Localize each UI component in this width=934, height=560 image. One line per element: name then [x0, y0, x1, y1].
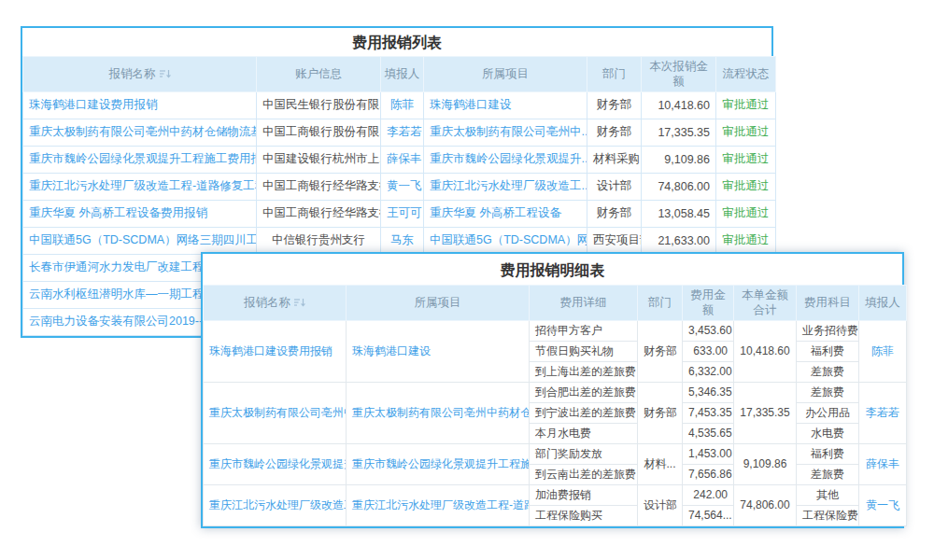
header-report-name: 报销名称 — [23, 57, 257, 92]
report-name-link[interactable]: 重庆市魏岭公园绿化景观提升工程施工费用报销 — [23, 146, 257, 173]
expense-category-cell: 办公用品 — [797, 402, 859, 423]
report-name-link[interactable]: 重庆江北污水处理厂级改造工程-道路修复 — [204, 484, 347, 525]
report-name-link[interactable]: 珠海鹤港口建设费用报销 — [23, 91, 257, 119]
header-report-name-label: 报销名称 — [244, 296, 290, 309]
project-link[interactable]: 重庆太极制药有限公司亳州中... — [424, 119, 587, 146]
report-name-link[interactable]: 重庆江北污水处理厂级改造工程-道路修复工程费用... — [23, 173, 257, 200]
amount-cell: 74,806.00 — [642, 173, 716, 200]
header-department: 部门 — [587, 57, 642, 92]
header-department-label: 部门 — [648, 296, 672, 309]
expense-amount-cell: 74,564... — [683, 505, 734, 525]
status-badge[interactable]: 审批通过 — [716, 173, 776, 200]
expense-amount-cell: 242.00 — [683, 484, 734, 505]
reporter-link[interactable]: 薛保丰 — [859, 443, 907, 484]
reporter-link[interactable]: 薛保丰 — [381, 146, 424, 173]
header-status: 流程状态 — [716, 57, 776, 92]
table-row: 重庆华夏 外高桥工程设备费用报销中国工商银行经华路支行王可可重庆华夏 外高桥工程… — [23, 200, 776, 227]
table-row: 重庆江北污水处理厂级改造工程-道路修复工程费用...中国工商银行经华路支行黄一飞… — [23, 173, 776, 200]
header-account: 账户信息 — [257, 57, 381, 92]
project-link[interactable]: 重庆华夏 外高桥工程设备 — [424, 200, 587, 227]
status-badge[interactable]: 审批通过 — [716, 227, 776, 254]
project-link[interactable]: 重庆市魏岭公园绿化景观提升工程施工 — [347, 443, 530, 484]
status-badge[interactable]: 审批通过 — [716, 91, 776, 119]
expense-list-title: 费用报销列表 — [22, 28, 771, 56]
department-cell: 财务部 — [638, 320, 683, 382]
header-reporter-label: 填报人 — [865, 296, 900, 309]
report-name-link[interactable]: 重庆太极制药有限公司亳州中药材仓储物流基地 — [204, 382, 347, 443]
header-expense-amount-label: 费用金额 — [690, 288, 726, 316]
header-row: 报销名称账户信息填报人所属项目部门本次报销金额流程状态 — [23, 57, 776, 92]
expense-detail-cell: 加油费报销 — [530, 484, 638, 505]
department-cell: 材料... — [638, 443, 683, 484]
status-badge[interactable]: 审批通过 — [716, 119, 776, 146]
header-expense-category-label: 费用科目 — [804, 296, 851, 309]
status-badge[interactable]: 审批通过 — [716, 200, 776, 227]
header-expense-detail: 费用详细 — [530, 286, 638, 321]
reporter-link[interactable]: 马东 — [381, 227, 424, 254]
table-row: 重庆太极制药有限公司亳州中药材仓储物流基地重庆太极制药有限公司亳州中药材仓储物流… — [204, 382, 907, 402]
header-total-amount: 本单金额合计 — [734, 286, 797, 321]
department-cell: 财务部 — [638, 382, 683, 443]
report-name-link[interactable]: 重庆太极制药有限公司亳州中药材仓储物流基地项... — [23, 119, 257, 146]
project-link[interactable]: 珠海鹤港口建设 — [424, 91, 587, 119]
header-account-label: 账户信息 — [295, 67, 342, 80]
header-report-name: 报销名称 — [204, 286, 347, 321]
expense-detail-table: 报销名称所属项目费用详细部门费用金额本单金额合计费用科目填报人 珠海鹤港口建设费… — [203, 285, 907, 526]
reporter-link[interactable]: 陈菲 — [381, 91, 424, 119]
header-reporter: 填报人 — [381, 57, 424, 92]
report-name-link[interactable]: 重庆华夏 外高桥工程设备费用报销 — [23, 200, 257, 227]
expense-category-cell: 福利费 — [797, 341, 859, 361]
expense-category-cell: 水电费 — [797, 423, 859, 443]
total-amount-cell: 74,806.00 — [734, 484, 797, 525]
reporter-link[interactable]: 陈菲 — [859, 320, 907, 382]
report-name-link[interactable]: 中国联通5G（TD-SCDMA）网络三期四川工程费... — [23, 227, 257, 254]
project-link[interactable]: 中国联通5G（TD-SCDMA）网... — [424, 227, 587, 254]
reporter-link[interactable]: 王可可 — [381, 200, 424, 227]
status-badge[interactable]: 审批通过 — [716, 146, 776, 173]
table-row: 重庆市魏岭公园绿化景观提升工程施工费用报销中国建设银行杭州市上...薛保丰重庆市… — [23, 146, 776, 173]
reporter-link[interactable]: 李若若 — [381, 119, 424, 146]
expense-amount-cell: 1,453.00 — [683, 443, 734, 464]
report-name-link[interactable]: 重庆市魏岭公园绿化景观提升工程施工 — [204, 443, 347, 484]
department-cell: 设计部 — [587, 173, 642, 200]
expense-detail-cell: 工程保险购买 — [530, 505, 638, 525]
report-name-link[interactable]: 珠海鹤港口建设费用报销 — [204, 320, 347, 382]
amount-cell: 13,058.45 — [642, 200, 716, 227]
table-row: 重庆太极制药有限公司亳州中药材仓储物流基地项...中国工商银行股份有限...李若… — [23, 119, 776, 146]
sort-icon[interactable] — [160, 67, 171, 82]
reporter-link[interactable]: 黄一飞 — [381, 173, 424, 200]
amount-cell: 10,418.60 — [642, 91, 716, 119]
project-link[interactable]: 重庆江北污水处理厂级改造工... — [424, 173, 587, 200]
expense-amount-cell: 5,346.35 — [683, 382, 734, 402]
department-cell: 财务部 — [587, 200, 642, 227]
department-cell: 材料采购 — [587, 146, 642, 173]
expense-category-cell: 福利费 — [797, 443, 859, 464]
project-link[interactable]: 重庆江北污水处理厂级改造工程-道路修复工程 — [347, 484, 530, 525]
header-department-label: 部门 — [602, 67, 626, 80]
expense-category-cell: 差旅费 — [797, 361, 859, 382]
expense-amount-cell: 7,656.86 — [683, 464, 734, 484]
expense-detail-cell: 到云南出差的差旅费 — [530, 464, 638, 484]
expense-category-cell: 差旅费 — [797, 382, 859, 402]
table-row: 珠海鹤港口建设费用报销珠海鹤港口建设招待甲方客户财务部3,453.6010,41… — [204, 320, 907, 341]
expense-amount-cell: 3,453.60 — [683, 320, 734, 341]
expense-amount-cell: 6,332.00 — [683, 361, 734, 382]
account-cell: 中国工商银行股份有限... — [257, 119, 381, 146]
sort-icon[interactable] — [294, 296, 305, 311]
expense-detail-cell: 到上海出差的差旅费 — [530, 361, 638, 382]
reporter-link[interactable]: 黄一飞 — [859, 484, 907, 525]
expense-detail-cell: 本月水电费 — [530, 423, 638, 443]
account-cell: 中信银行贵州支行 — [257, 227, 381, 254]
project-link[interactable]: 重庆太极制药有限公司亳州中药材仓储物流基地 — [347, 382, 530, 443]
table-row: 珠海鹤港口建设费用报销中国民生银行股份有限...陈菲珠海鹤港口建设财务部10,4… — [23, 91, 776, 119]
project-link[interactable]: 重庆市魏岭公园绿化景观提升... — [424, 146, 587, 173]
expense-detail-cell: 部门奖励发放 — [530, 443, 638, 464]
header-expense-detail-label: 费用详细 — [560, 296, 607, 309]
department-cell: 设计部 — [638, 484, 683, 525]
account-cell: 中国工商银行经华路支行 — [257, 173, 381, 200]
total-amount-cell: 9,109.86 — [734, 443, 797, 484]
header-project-label: 所属项目 — [482, 67, 529, 80]
expense-amount-cell: 4,535.65 — [683, 423, 734, 443]
project-link[interactable]: 珠海鹤港口建设 — [347, 320, 530, 382]
reporter-link[interactable]: 李若若 — [859, 382, 907, 443]
